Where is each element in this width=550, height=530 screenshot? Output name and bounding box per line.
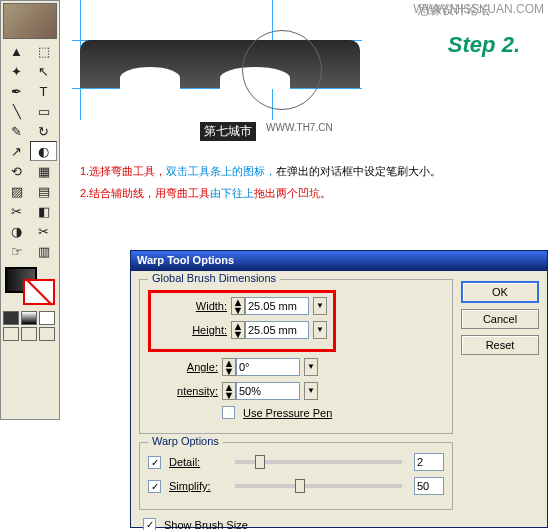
gradient-mode[interactable] [21, 311, 37, 325]
highlight-box: Width: ▲▼ ▼ Height: ▲▼ ▼ [148, 290, 336, 352]
angle-input[interactable] [236, 358, 300, 376]
eyedropper-tool[interactable]: ◧ [30, 201, 57, 221]
warp-tool[interactable]: ◐ [30, 141, 57, 161]
dropdown-icon[interactable]: ▼ [313, 321, 327, 339]
pressure-label: Use Pressure Pen [243, 407, 332, 419]
paintbrush-tool[interactable]: ✎ [3, 121, 30, 141]
color-swatch[interactable] [3, 265, 57, 309]
graph-tool[interactable]: ▨ [3, 181, 30, 201]
intensity-input[interactable] [236, 382, 300, 400]
step-label: Step 2. [448, 32, 520, 58]
stroke-swatch[interactable] [23, 279, 55, 305]
instruction-line-2: 2.结合辅助线，用弯曲工具由下往上拖出两个凹坑。 [80, 182, 441, 204]
simplify-input[interactable] [414, 477, 444, 495]
ok-button[interactable]: OK [461, 281, 539, 303]
detail-label: Detail: [169, 456, 223, 468]
detail-checkbox[interactable]: ✓ [148, 456, 161, 469]
angle-label: Angle: [148, 361, 218, 373]
simplify-checkbox[interactable]: ✓ [148, 480, 161, 493]
dialog-titlebar[interactable]: Warp Tool Options [131, 251, 547, 271]
hand-tool[interactable]: ☞ [3, 241, 30, 261]
site-watermark: WWW.MISSYUAN.COM [413, 2, 544, 16]
dropdown-icon[interactable]: ▼ [313, 297, 327, 315]
screen-mode-row [3, 327, 57, 341]
screen-full[interactable] [39, 327, 55, 341]
guide-horizontal [72, 88, 362, 89]
warp-options-group: Warp Options ✓ Detail: ✓ Simplify: [139, 442, 453, 510]
spinner-icon[interactable]: ▲▼ [222, 382, 236, 400]
lasso-tool[interactable]: ↖ [30, 61, 57, 81]
direct-select-tool[interactable]: ⬚ [30, 41, 57, 61]
spinner-icon[interactable]: ▲▼ [231, 297, 245, 315]
color-mode[interactable] [3, 311, 19, 325]
dropdown-icon[interactable]: ▼ [304, 358, 318, 376]
screen-normal[interactable] [3, 327, 19, 341]
blend-tool[interactable]: ◑ [3, 221, 30, 241]
screen-full-menu[interactable] [21, 327, 37, 341]
magic-wand-tool[interactable]: ✦ [3, 61, 30, 81]
spinner-icon[interactable]: ▲▼ [231, 321, 245, 339]
height-input[interactable] [245, 321, 309, 339]
scissors-tool[interactable]: ✂ [30, 221, 57, 241]
brush-cursor [242, 30, 322, 110]
reset-button[interactable]: Reset [461, 335, 539, 355]
warp-tool-options-dialog: Warp Tool Options Global Brush Dimension… [130, 250, 548, 528]
instruction-line-1: 1.选择弯曲工具，双击工具条上的图标，在弹出的对话框中设定笔刷大小。 [80, 160, 441, 182]
cancel-button[interactable]: Cancel [461, 309, 539, 329]
caption-url: WWW.TH7.CN [266, 122, 333, 133]
simplify-label: Simplify: [169, 480, 223, 492]
pen-tool[interactable]: ✒ [3, 81, 30, 101]
global-brush-group: Global Brush Dimensions Width: ▲▼ ▼ Heig… [139, 279, 453, 434]
toolbox-panel: ▲⬚ ✦↖ ✒T ╲▭ ✎↻ ↗◐ ⟲▦ ▨▤ ✂◧ ◑✂ ☞▥ [0, 0, 60, 420]
none-mode[interactable] [39, 311, 55, 325]
group-title: Warp Options [148, 435, 223, 447]
line-tool[interactable]: ╲ [3, 101, 30, 121]
pressure-checkbox[interactable] [222, 406, 235, 419]
scale-tool[interactable]: ↗ [3, 141, 30, 161]
type-tool[interactable]: T [30, 81, 57, 101]
canvas-area[interactable] [62, 0, 322, 140]
width-label: Width: [157, 300, 227, 312]
selection-tool[interactable]: ▲ [3, 41, 30, 61]
mesh-tool[interactable]: ▤ [30, 181, 57, 201]
rotate-tool[interactable]: ↻ [30, 121, 57, 141]
group-title: Global Brush Dimensions [148, 272, 280, 284]
rectangle-tool[interactable]: ▭ [30, 101, 57, 121]
caption-text: 第七城市 [200, 122, 256, 141]
gradient-tool[interactable]: ✂ [3, 201, 30, 221]
dropdown-icon[interactable]: ▼ [304, 382, 318, 400]
show-brush-checkbox[interactable]: ✓ [143, 518, 156, 530]
width-input[interactable] [245, 297, 309, 315]
zoom-tool[interactable]: ▥ [30, 241, 57, 261]
detail-slider[interactable] [235, 460, 402, 464]
intensity-label: ntensity: [148, 385, 218, 397]
artwork-thumbnail[interactable] [3, 3, 57, 39]
spinner-icon[interactable]: ▲▼ [222, 358, 236, 376]
height-label: Height: [157, 324, 227, 336]
symbol-tool[interactable]: ▦ [30, 161, 57, 181]
free-transform-tool[interactable]: ⟲ [3, 161, 30, 181]
color-mode-row [3, 311, 57, 325]
show-brush-label: Show Brush Size [164, 519, 248, 531]
simplify-slider[interactable] [235, 484, 402, 488]
detail-input[interactable] [414, 453, 444, 471]
instructions: 1.选择弯曲工具，双击工具条上的图标，在弹出的对话框中设定笔刷大小。 2.结合辅… [80, 160, 441, 204]
